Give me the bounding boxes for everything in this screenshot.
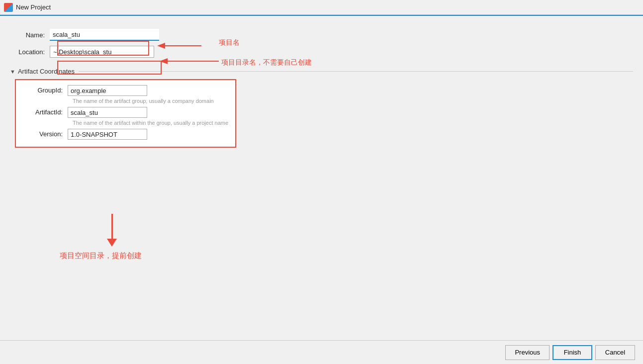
version-row: Version: (23, 129, 228, 140)
artifact-section-header: ▼ Artifact Coordinates (10, 68, 633, 75)
artifactid-row: ArtifactId: (23, 107, 228, 118)
version-label: Version: (23, 129, 68, 138)
artifactid-hint: The name of the artifact within the grou… (73, 120, 228, 126)
cancel-button[interactable]: Cancel (595, 345, 635, 360)
title-text: New Project (16, 3, 51, 11)
finish-button[interactable]: Finish (552, 345, 592, 360)
name-row: Name: (10, 29, 633, 41)
groupid-hint: The name of the artifact group, usually … (73, 98, 228, 104)
title-bar: New Project (0, 0, 643, 15)
location-label: Location: (10, 48, 50, 56)
location-row: Location: (10, 46, 633, 58)
name-label: Name: (10, 31, 50, 39)
collapse-triangle[interactable]: ▼ (10, 69, 15, 75)
dialog-content: Name: Location: 项目名 项目目录名，不需要自己创建 (0, 15, 643, 340)
namespace-dir-annotation: 项目空间目录，提前创建 (60, 251, 142, 261)
artifactid-label: ArtifactId: (23, 107, 68, 116)
groupid-row: GroupId: (23, 85, 228, 96)
artifactid-input[interactable] (68, 107, 147, 118)
section-divider-line (79, 71, 633, 72)
app-icon (4, 3, 13, 12)
down-arrow (107, 214, 117, 247)
top-accent-line (0, 15, 643, 16)
artifact-coordinates-title: Artifact Coordinates (18, 68, 75, 75)
project-name-annotation: 项目名 (219, 38, 240, 47)
version-input[interactable] (68, 129, 147, 140)
name-input-wrapper (50, 29, 633, 41)
groupid-label: GroupId: (23, 85, 68, 94)
artifact-coordinates-box: GroupId: The name of the artifact group,… (15, 79, 236, 148)
location-input[interactable] (50, 46, 154, 58)
previous-button[interactable]: Previous (505, 345, 550, 360)
project-dir-annotation: 项目目录名，不需要自己创建 (221, 58, 312, 67)
bottom-bar: Previous Finish Cancel (0, 340, 643, 364)
name-input[interactable] (50, 29, 159, 41)
groupid-input[interactable] (68, 85, 147, 96)
